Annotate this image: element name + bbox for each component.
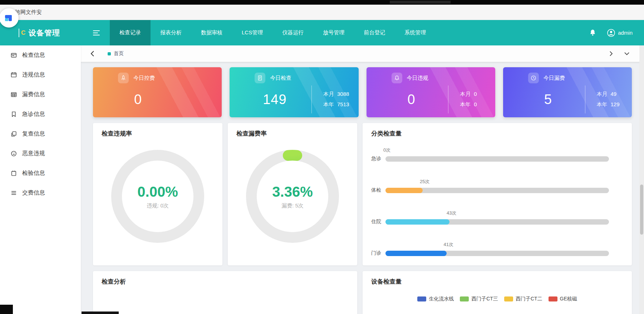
year-label: 本年 <box>460 101 471 108</box>
tabs-scroll-left-button[interactable] <box>90 50 95 57</box>
stat-card: 今日漏费 5 本月49 本年129 <box>503 67 632 117</box>
chevron-down-icon <box>624 52 630 55</box>
legend-item[interactable]: 西门子CT三 <box>460 296 498 302</box>
bar-track <box>385 251 609 256</box>
sidebar-item-label: 违规信息 <box>22 71 45 79</box>
tabs-scroll-right-button[interactable] <box>609 51 613 57</box>
stat-card: 今日控费 0 <box>93 67 222 117</box>
tab-home[interactable]: 首页 <box>108 50 124 57</box>
sidebar-item-malicious-violation[interactable]: 恶意违规 <box>0 144 81 163</box>
list-icon <box>11 190 17 196</box>
year-value: 0 <box>474 101 477 108</box>
sidebar-item-payment-info[interactable]: 交费信息 <box>0 183 81 203</box>
sidebar-item-test-info[interactable]: 检验信息 <box>0 163 81 183</box>
category-bar-chart: 0次 急诊 25次 体检 <box>363 138 632 256</box>
bar-value-label: 0次 <box>383 147 390 153</box>
file-transfer-text: 跨网文件安 <box>15 9 42 16</box>
legend-item[interactable]: GE核磁 <box>549 296 577 302</box>
app-title: 设备管理 <box>29 28 60 38</box>
legend-label: 西门子CT三 <box>471 296 498 302</box>
bar-fill <box>385 219 449 225</box>
remote-desktop-logo[interactable] <box>0 8 19 28</box>
bar-category-label: 急诊 <box>370 156 381 162</box>
tab-active-dot-icon <box>108 52 111 55</box>
legend-item[interactable]: 生化流水线 <box>417 296 454 302</box>
tabs-bar: 首页 <box>81 45 644 62</box>
violation-rate-value: 0.00% <box>137 184 178 200</box>
panel-title: 设备检查量 <box>363 271 632 286</box>
tabs-menu-button[interactable] <box>624 52 630 55</box>
stat-card-sub: 本月49 本年129 <box>585 85 625 113</box>
legend-label: GE核磁 <box>560 296 577 302</box>
main-content: 今日控费 0 今日检查 149 <box>81 62 644 314</box>
panel-title: 检查漏费率 <box>228 123 357 138</box>
bottom-row: 检查分析 设备检查量 生化流水线 西门子CT三 西门子CT二 GE核磁 <box>93 271 632 314</box>
year-value: 129 <box>611 101 620 108</box>
todesk-icon <box>4 13 14 23</box>
month-label: 本月 <box>460 91 471 98</box>
panel-title: 检查分析 <box>93 271 357 286</box>
bar-fill <box>385 188 423 193</box>
nav-item-lcs-management[interactable]: LCS管理 <box>232 20 272 45</box>
video-top-strip <box>0 0 644 5</box>
clock-icon <box>528 73 539 83</box>
stat-cards-row: 今日控费 0 今日检查 149 <box>93 67 632 117</box>
year-label: 本年 <box>323 101 334 108</box>
clipboard-icon <box>11 170 17 176</box>
nav-item-instrument-operation[interactable]: 仪器运行 <box>272 20 313 45</box>
stat-card-value: 5 <box>524 92 572 107</box>
stat-card-label: 今日检查 <box>270 75 291 82</box>
category-bar-row: 25次 体检 <box>370 178 609 193</box>
bar-value-label: 41次 <box>444 241 453 248</box>
sidebar-item-label: 恶意违规 <box>22 150 45 157</box>
legend-swatch <box>417 296 426 301</box>
bell-icon[interactable] <box>589 29 596 37</box>
top-navbar: C 设备管理 检查记录 报表分析 数据审核 LCS管理 仪器运行 放号管理 前台… <box>0 20 644 45</box>
stat-card: 今日违规 0 本月0 本年0 <box>367 67 495 117</box>
sidebar-item-label: 检查信息 <box>22 51 45 59</box>
violation-rate-subtitle: 违规: 0次 <box>147 202 169 209</box>
stat-card-value: 0 <box>387 92 436 107</box>
month-label: 本月 <box>323 91 334 98</box>
nav-item-system-management[interactable]: 系统管理 <box>395 20 436 45</box>
nav-item-number-management[interactable]: 放号管理 <box>313 20 354 45</box>
stat-card-value: 149 <box>250 92 299 107</box>
stat-card: 今日检查 149 本月3088 本年7513 <box>230 67 358 117</box>
bookmark-icon <box>11 111 17 117</box>
panel-title: 分类检查量 <box>363 123 632 138</box>
bar-fill <box>385 251 447 256</box>
nav-item-front-desk[interactable]: 前台登记 <box>354 20 395 45</box>
sidebar-item-emergency-info[interactable]: 急诊信息 <box>0 104 81 124</box>
main-nav: 检查记录 报表分析 数据审核 LCS管理 仪器运行 放号管理 前台登记 系统管理 <box>110 20 436 45</box>
card-icon <box>11 52 17 58</box>
nav-item-data-audit[interactable]: 数据审核 <box>191 20 232 45</box>
grid-calendar-icon <box>11 92 17 98</box>
sidebar-item-missed-fee-info[interactable]: 漏费信息 <box>0 85 81 104</box>
sidebar-item-violation-info[interactable]: 违规信息 <box>0 65 81 85</box>
legend-swatch <box>504 296 513 301</box>
legend-swatch <box>549 296 557 301</box>
bar-track <box>385 219 609 225</box>
sidebar-item-inspection-info[interactable]: 检查信息 <box>0 45 81 65</box>
bar-track <box>385 188 609 193</box>
stat-card-header: 今日控费 <box>118 73 215 83</box>
category-volume-panel: 分类检查量 0次 急诊 25次 体检 <box>363 123 632 265</box>
stat-card-header: 今日检查 <box>255 73 352 83</box>
stat-card-sub: 本月0 本年0 <box>448 85 488 113</box>
app-logo-icon: C <box>19 29 24 37</box>
sidebar-collapse-button[interactable] <box>83 20 110 45</box>
page-scrollbar[interactable] <box>639 45 644 314</box>
nav-item-report-analysis[interactable]: 报表分析 <box>151 20 191 45</box>
scrollbar-thumb[interactable] <box>640 185 643 235</box>
rocket-icon <box>118 73 129 83</box>
legend-label: 西门子CT二 <box>516 296 542 302</box>
sidebar-item-recheck-info[interactable]: 复查信息 <box>0 124 81 144</box>
category-bar-row: 43次 住院 <box>370 210 609 225</box>
legend-item[interactable]: 西门子CT二 <box>504 296 542 302</box>
bar-track <box>385 156 609 162</box>
copy-icon <box>11 131 17 137</box>
violation-rate-panel: 检查违规率 0.00% 违规: 0次 <box>93 123 222 265</box>
bar-value-label: 43次 <box>447 210 456 216</box>
user-menu[interactable]: admin <box>607 29 633 37</box>
nav-item-inspection-records[interactable]: 检查记录 <box>110 20 151 45</box>
